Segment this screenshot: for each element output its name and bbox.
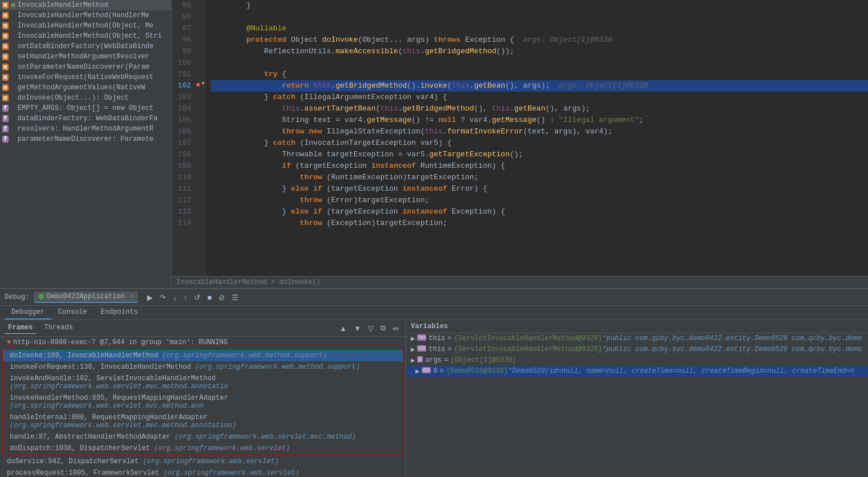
code-line-101: try { xyxy=(211,69,868,80)
var-icon-args: p xyxy=(417,356,423,362)
sidebar-item-0[interactable]: m InvocableHandlerMethod xyxy=(0,0,171,10)
debug-app-tab[interactable]: Demo0422Application × xyxy=(34,291,138,303)
step-into-button[interactable]: ↓ xyxy=(171,292,179,303)
rerun-button[interactable]: ↺ xyxy=(192,292,203,303)
code-line-110: throw (RuntimeException)targetException; xyxy=(211,172,868,183)
expand-button[interactable]: ⇔ xyxy=(390,323,401,334)
frame-running[interactable]: ▼ http-nio-8080-exec-7 @7,944 in group '… xyxy=(0,337,406,348)
frame-method-0: doInvoke:189, InvocableHandlerMethod xyxy=(10,352,162,360)
code-line-95: } xyxy=(211,0,868,11)
tab-endpoints[interactable]: Endpoints xyxy=(94,306,145,320)
sidebar-item-label-9: doInvoke(Object...): Object xyxy=(18,94,129,102)
sidebar-item-label-0: InvocableHandlerMethod xyxy=(18,1,108,9)
debug-panel: Debug: Demo0422Application × ▶ ↷ ↓ ↑ ↺ ■… xyxy=(0,288,868,477)
frame-item-6[interactable]: doDispatch:1038, DispatcherServlet (org.… xyxy=(3,443,403,454)
frames-highlighted-group: doInvoke:189, InvocableHandlerMethod (or… xyxy=(2,349,403,455)
dot-spacer-5 xyxy=(11,54,15,59)
tab-debugger[interactable]: Debugger xyxy=(5,306,51,320)
gutter: ● ● xyxy=(195,0,206,276)
step-out-button[interactable]: ↑ xyxy=(181,292,190,303)
frames-list[interactable]: ▼ http-nio-8080-exec-7 @7,944 in group '… xyxy=(0,337,406,477)
sidebar-item-10[interactable]: f EMPTY_ARGS: Object[] = new Object xyxy=(0,103,171,113)
subtab-threads[interactable]: Threads xyxy=(41,322,76,334)
code-line-114: throw (Exception)targetException; xyxy=(211,218,868,229)
dot-spacer-4 xyxy=(11,44,15,49)
breakpoint-icon[interactable]: ● xyxy=(196,80,200,89)
copy-stack-button[interactable]: ⧉ xyxy=(378,322,388,334)
frame-method-4: handleInternal:800, RequestMappingHandle… xyxy=(10,413,208,421)
sidebar-item-12[interactable]: f resolvers: HandlerMethodArgumentR xyxy=(0,124,171,134)
frame-item-8[interactable]: processRequest:1005, FrameworkServlet (o… xyxy=(0,467,406,477)
frame-item-7[interactable]: doService:942, DispatcherServlet (org.sp… xyxy=(0,456,406,467)
resume-button[interactable]: ▶ xyxy=(145,292,155,303)
mute-breakpoints-button[interactable]: ⊘ xyxy=(216,292,227,303)
dot-spacer-11 xyxy=(11,116,15,121)
step-over-button[interactable]: ↷ xyxy=(157,292,168,303)
var-arrow-this1[interactable]: ▶ xyxy=(411,334,415,343)
sidebar-item-label-13: parameterNameDiscoverer: Paramete xyxy=(18,135,154,143)
field-icon-11: f xyxy=(2,115,9,122)
frame-method-6: doDispatch:1038, DispatcherServlet xyxy=(10,444,154,452)
code-lines[interactable]: } @Nullable protected Object doInvoke(Ob… xyxy=(206,0,868,276)
sidebar-item-9[interactable]: m doInvoke(Object...): Object xyxy=(0,93,171,103)
running-indicator xyxy=(38,294,44,299)
dot-spacer-2 xyxy=(11,23,15,28)
sidebar-item-13[interactable]: f parameterNameDiscoverer: Paramete xyxy=(0,134,171,144)
var-item-this2[interactable]: ▶ oo this = {ServletInvocableHandlerMeth… xyxy=(406,344,868,355)
frame-class-5: (org.springframework.web.servlet.mvc.met… xyxy=(175,433,356,441)
sidebar-item-4[interactable]: m setDataBinderFactory(WebDataBinde xyxy=(0,41,171,52)
stop-button[interactable]: ■ xyxy=(205,292,214,303)
var-eq-args: = xyxy=(444,356,448,364)
frame-item-5[interactable]: handle:87, AbstractHandlerMethodAdapter … xyxy=(3,431,403,443)
frame-item-4[interactable]: handleInternal:800, RequestMappingHandle… xyxy=(3,412,403,431)
sidebar-item-3[interactable]: m InvocableHandlerMethod(Object, Stri xyxy=(0,31,171,41)
sidebar-item-7[interactable]: m invokeForRequest(NativeWebRequest xyxy=(0,72,171,82)
settings-button[interactable]: ☰ xyxy=(229,292,241,303)
var-extra-0: *Demo0528(id=null, name=null, createTime… xyxy=(508,367,854,375)
breadcrumb: InvocableHandlerMethod > doInvoke() xyxy=(172,276,868,288)
var-extra-this1: *public com.qcby.byc.demo0422.entity.Dem… xyxy=(603,334,862,342)
method-icon-7: m xyxy=(2,74,9,81)
sidebar-item-8[interactable]: m getMethodArgumentValues(NativeW xyxy=(0,82,171,93)
variables-header: Variables xyxy=(406,320,868,333)
code-area[interactable]: 95 96 97 98 99 100 101 102 103 104 105 1… xyxy=(172,0,868,276)
frame-item-1[interactable]: invokeForRequest:138, InvocableHandlerMe… xyxy=(3,361,403,373)
frame-class-0: (org.springframework.web.method.support) xyxy=(162,352,327,360)
sidebar-item-11[interactable]: f dataBinderFactory: WebDataBinderFa xyxy=(0,113,171,124)
method-icon-0: m xyxy=(2,2,9,9)
sidebar-item-label-6: setParameterNameDiscoverer(Param xyxy=(18,63,149,71)
up-frame-button[interactable]: ▲ xyxy=(337,323,349,334)
debug-tab-close-icon[interactable]: × xyxy=(129,293,133,301)
line-numbers: 95 96 97 98 99 100 101 102 103 104 105 1… xyxy=(172,0,195,276)
sidebar-item-5[interactable]: m setHandlerMethodArgumentResolver xyxy=(0,52,171,62)
dot-spacer-9 xyxy=(11,96,15,100)
var-arrow-0[interactable]: ▶ xyxy=(415,367,419,376)
frame-item-3[interactable]: invokeHandlerMethod:895, RequestMappingH… xyxy=(3,392,403,412)
method-icon-3: m xyxy=(2,33,9,40)
var-eq-this2: = xyxy=(447,345,451,353)
code-line-109: if (targetException instanceof RuntimeEx… xyxy=(211,160,868,172)
var-item-0[interactable]: ▶ oo 0 = {Demo0528@9338} *Demo0528(id=nu… xyxy=(406,366,868,377)
filter-button[interactable]: ▽ xyxy=(366,323,376,334)
frame-class-7: (org.springframework.web.servlet) xyxy=(143,458,279,466)
execution-point-icon: ● xyxy=(201,80,205,86)
sidebar: m InvocableHandlerMethod m InvocableHand… xyxy=(0,0,172,288)
debug-label: Debug: xyxy=(5,293,29,301)
frame-item-2[interactable]: invokeAndHandle:102, ServletInvocableHan… xyxy=(3,373,403,392)
var-item-this1[interactable]: ▶ oo this = {ServletInvocableHandlerMeth… xyxy=(406,333,868,344)
frame-class-8: (org.springframework.web.servlet) xyxy=(164,469,300,477)
sidebar-item-6[interactable]: m setParameterNameDiscoverer(Param xyxy=(0,62,171,72)
down-frame-button[interactable]: ▼ xyxy=(351,323,363,334)
subtab-frames[interactable]: Frames xyxy=(5,322,36,334)
sidebar-item-label-3: InvocableHandlerMethod(Object, Stri xyxy=(18,32,162,40)
frame-method-7: doService:942, DispatcherServlet xyxy=(7,458,143,466)
sidebar-item-2[interactable]: m InvocableHandlerMethod(Object, Me xyxy=(0,21,171,31)
frame-item-0[interactable]: doInvoke:189, InvocableHandlerMethod (or… xyxy=(3,350,403,361)
tab-console[interactable]: Console xyxy=(51,306,94,320)
var-arrow-args[interactable]: ▶ xyxy=(411,356,415,365)
var-item-args[interactable]: ▶ p args = {Object[1]@9330} xyxy=(406,355,868,366)
variables-list[interactable]: ▶ oo this = {ServletInvocableHandlerMeth… xyxy=(406,333,868,477)
sidebar-item-1[interactable]: m InvocableHandlerMethod(HandlerMe xyxy=(0,10,171,21)
var-eq-0: = xyxy=(439,367,443,375)
var-arrow-this2[interactable]: ▶ xyxy=(411,345,415,354)
